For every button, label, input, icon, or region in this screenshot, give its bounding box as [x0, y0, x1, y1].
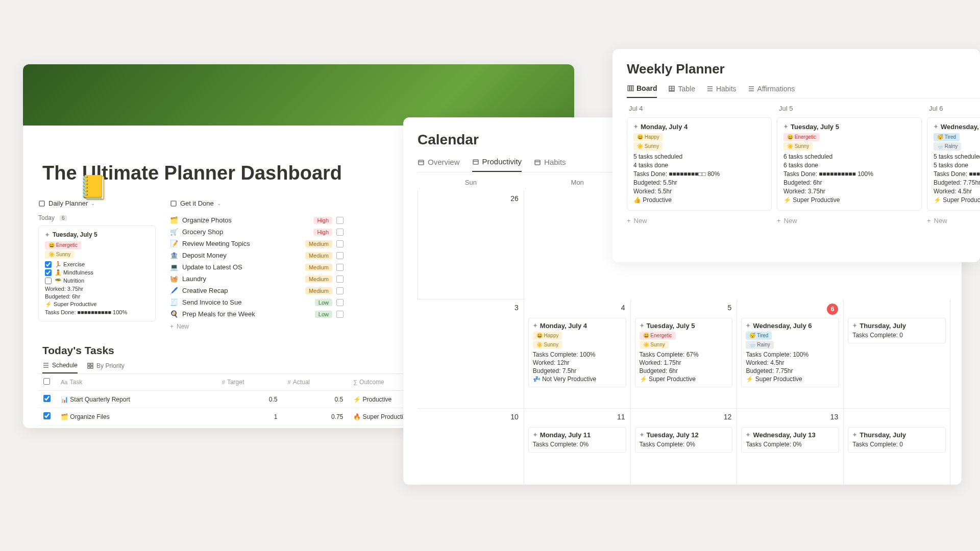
new-card-button[interactable]: +New: [927, 217, 980, 224]
new-card-button[interactable]: +New: [627, 217, 772, 224]
tab-productivity[interactable]: Productivity: [472, 157, 522, 172]
task-checkbox[interactable]: [336, 229, 344, 236]
weekly-column: Jul 6 ✦Wednesday, July 😴 Tired🌧️ Rainy5 …: [927, 98, 980, 224]
task-item[interactable]: 🧺LaundryMedium: [170, 273, 344, 285]
row-checkbox[interactable]: [43, 412, 51, 419]
new-card-button[interactable]: +New: [777, 217, 922, 224]
calendar-entry[interactable]: ✦Monday, July 11Tasks Complete: 0%: [528, 427, 626, 453]
entry-line: ⚡ Super Productive: [746, 375, 835, 383]
card-line: Budgeted: 5.5hr: [633, 179, 765, 186]
task-emoji: 🧾: [170, 298, 178, 306]
calendar-entry[interactable]: ✦Wednesday, July 13Tasks Complete: 0%: [741, 427, 839, 453]
task-checkbox[interactable]: [336, 276, 344, 283]
habit-row[interactable]: 🧘 Mindfulness: [45, 269, 149, 276]
task-item[interactable]: 💻Update to Latest OSMedium: [170, 261, 344, 273]
tab-habits-weekly[interactable]: Habits: [706, 84, 737, 98]
habit-label: 🥗 Nutrition: [55, 278, 84, 284]
select-all-checkbox[interactable]: [43, 378, 50, 385]
task-item[interactable]: 🍳Prep Meals for the WeekLow: [170, 308, 344, 320]
priority-badge: Low: [315, 299, 332, 306]
calendar-cell[interactable]: 6✦Wednesday, July 6😴 Tired🌧️ RainyTasks …: [737, 299, 844, 409]
priority-badge: Low: [315, 311, 332, 318]
today-card-heading: Tuesday, July 5: [53, 231, 97, 238]
calendar-cell[interactable]: 4✦Monday, July 4😄 Happy☀️ SunnyTasks Com…: [524, 299, 631, 409]
new-label: New: [634, 217, 647, 224]
weekly-card[interactable]: ✦Monday, July 4 😄 Happy☀️ Sunny5 tasks s…: [627, 117, 772, 211]
calendar-cell[interactable]: 12✦Tuesday, July 12Tasks Complete: 0%: [631, 409, 738, 485]
calendar-entry[interactable]: ✦Tuesday, July 12Tasks Complete: 0%: [635, 427, 733, 453]
tab-by-priority[interactable]: By Priority: [87, 362, 125, 373]
task-item[interactable]: 🛒Grocery ShopHigh: [170, 226, 344, 238]
row-checkbox[interactable]: [43, 395, 51, 402]
layout-icon: [170, 200, 177, 207]
habit-checkbox[interactable]: [45, 261, 52, 268]
tab-overview[interactable]: Overview: [418, 157, 460, 172]
calendar-cell[interactable]: ✦Thursday, JulyTasks Complete: 0: [844, 409, 950, 485]
calendar-cell[interactable]: 11✦Monday, July 11Tasks Complete: 0%: [524, 409, 631, 485]
cell-actual: 0.75: [283, 408, 349, 425]
svg-rect-5: [91, 366, 93, 368]
task-checkbox[interactable]: [336, 287, 344, 294]
calendar-entry[interactable]: ✦Wednesday, July 6😴 Tired🌧️ RainyTasks C…: [741, 318, 839, 387]
tab-habits[interactable]: Habits: [534, 157, 566, 172]
tab-table[interactable]: Table: [668, 84, 695, 98]
task-checkbox[interactable]: [336, 264, 344, 271]
svg-rect-4: [88, 366, 90, 368]
weather-pill: ☀️ Sunny: [533, 341, 562, 349]
calendar-entry[interactable]: ✦Thursday, JulyTasks Complete: 0: [848, 318, 946, 343]
new-task-button[interactable]: +New: [170, 323, 344, 330]
card-line: Worked: 4.5hr: [934, 188, 980, 195]
layout-icon: [38, 200, 45, 207]
habit-checkbox[interactable]: [45, 278, 52, 284]
entry-line: ⚡ Super Productive: [640, 375, 728, 383]
habit-checkbox[interactable]: [45, 269, 52, 276]
day-number: 10: [510, 413, 519, 421]
chevron-down-icon: ⌄: [91, 201, 95, 206]
mood-pill: 😄 Happy: [533, 332, 562, 340]
page-icon[interactable]: 📒: [79, 173, 108, 201]
weekly-card[interactable]: ✦Wednesday, July 😴 Tired🌧️ Rainy5 tasks …: [927, 117, 980, 211]
task-item[interactable]: 🧾Send Invoice to SueLow: [170, 296, 344, 308]
entry-heading: Wednesday, July 13: [753, 431, 815, 439]
card-line: 5 tasks scheduled: [934, 153, 980, 160]
calendar-cell[interactable]: 3: [418, 299, 524, 409]
col-outcome: Outcome: [359, 379, 384, 386]
calendar-entry[interactable]: ✦Thursday, JulyTasks Complete: 0: [848, 427, 946, 453]
calendar-cell[interactable]: 26: [418, 190, 524, 299]
task-emoji: 🗂️: [170, 216, 178, 224]
habit-row[interactable]: 🥗 Nutrition: [45, 278, 149, 284]
cell-target: 0.5: [217, 425, 283, 429]
task-checkbox[interactable]: [336, 240, 344, 247]
task-label: Update to Latest OS: [182, 263, 242, 271]
task-item[interactable]: 🗂️Organize PhotosHigh: [170, 214, 344, 226]
habit-label: 🧘 Mindfulness: [55, 269, 93, 276]
habit-row[interactable]: 🏃 Exercise: [45, 261, 149, 268]
weekly-card[interactable]: ✦Tuesday, July 5 😄 Energetic☀️ Sunny6 ta…: [777, 117, 922, 211]
get-it-done-label: Get it Done: [180, 199, 214, 207]
weekly-title: Weekly Planner: [627, 61, 980, 77]
task-item[interactable]: 🏦Deposit MoneyMedium: [170, 249, 344, 261]
calendar-cell[interactable]: ✦Thursday, JulyTasks Complete: 0: [844, 299, 950, 409]
svg-rect-0: [39, 201, 44, 206]
entry-heading: Monday, July 4: [540, 322, 587, 330]
task-item[interactable]: 🖊️Creative RecapMedium: [170, 285, 344, 296]
tab-schedule[interactable]: Schedule: [42, 362, 78, 373]
today-card[interactable]: ✦Tuesday, July 5 😄 Energetic ☀️ Sunny 🏃 …: [38, 226, 156, 321]
calendar-cell[interactable]: 5✦Tuesday, July 5😄 Energetic☀️ SunnyTask…: [631, 299, 738, 409]
tab-board[interactable]: Board: [627, 84, 657, 98]
task-item[interactable]: 📝Review Meeting TopicsMedium: [170, 238, 344, 249]
list-icon: [706, 85, 714, 92]
calendar-entry[interactable]: ✦Monday, July 4😄 Happy☀️ SunnyTasks Comp…: [528, 318, 626, 387]
calendar-cell[interactable]: 10: [418, 409, 524, 485]
card-heading: Wednesday, July: [941, 123, 980, 131]
calendar-cell[interactable]: 13✦Wednesday, July 13Tasks Complete: 0%: [737, 409, 844, 485]
calendar-entry[interactable]: ✦Tuesday, July 5😄 Energetic☀️ SunnyTasks…: [635, 318, 733, 387]
task-checkbox[interactable]: [336, 217, 344, 224]
task-checkbox[interactable]: [336, 252, 344, 259]
card-line: Budgeted: 6hr: [783, 179, 915, 186]
cell-task: 🗂️ Organize Files: [56, 408, 217, 425]
get-it-done-select[interactable]: Get it Done ⌄: [170, 199, 344, 207]
tab-affirmations[interactable]: Affirmations: [748, 84, 795, 98]
task-checkbox[interactable]: [336, 299, 344, 306]
task-checkbox[interactable]: [336, 311, 344, 318]
